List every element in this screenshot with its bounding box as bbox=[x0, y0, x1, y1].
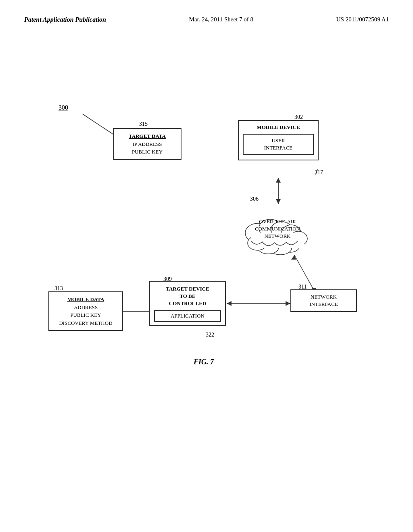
fig-label: FIG. 7 bbox=[194, 358, 214, 366]
svg-point-17 bbox=[282, 225, 301, 241]
svg-marker-11 bbox=[286, 301, 290, 306]
label-317: 317 bbox=[315, 169, 323, 176]
page-header: Patent Application Publication Mar. 24, … bbox=[24, 16, 389, 23]
label-322: 322 bbox=[206, 332, 214, 338]
box-302-mobile-device: MOBILE DEVICE USER INTERFACE bbox=[238, 120, 319, 160]
label-300: 300 bbox=[58, 104, 68, 111]
box-309-line1: TARGET DEVICE bbox=[154, 285, 221, 293]
cloud-text: OVER-THE-AIR COMMUNICATION NETWORK bbox=[249, 218, 306, 240]
svg-marker-5 bbox=[276, 178, 281, 183]
label-302: 302 bbox=[294, 114, 303, 121]
svg-point-19 bbox=[281, 238, 300, 252]
header-left: Patent Application Publication bbox=[24, 16, 106, 23]
user-interface-line1: USER bbox=[248, 137, 309, 144]
box-315-line2: PUBLIC KEY bbox=[118, 148, 177, 156]
diagram-svg bbox=[24, 31, 389, 495]
box-311-line2: INTERFACE bbox=[295, 301, 352, 308]
svg-marker-10 bbox=[227, 301, 232, 306]
cloud-line3: NETWORK bbox=[249, 233, 306, 240]
header-center: Mar. 24, 2011 Sheet 7 of 8 bbox=[189, 16, 253, 23]
user-interface-line2: INTERFACE bbox=[248, 144, 309, 152]
header-right: US 2011/0072509 A1 bbox=[336, 16, 389, 23]
box-313-line1: ADDRESS bbox=[53, 303, 118, 312]
label-315: 315 bbox=[139, 121, 148, 127]
box-313-title: MOBILE DATA bbox=[53, 295, 118, 303]
box-309-line2: TO BE bbox=[154, 293, 221, 300]
svg-rect-23 bbox=[251, 233, 304, 248]
svg-point-16 bbox=[271, 222, 292, 238]
label-313: 313 bbox=[54, 285, 63, 292]
box-309-title: TARGET DEVICE TO BE CONTROLLED bbox=[154, 285, 221, 308]
cloud-line1: OVER-THE-AIR bbox=[249, 218, 306, 225]
svg-marker-3 bbox=[276, 199, 281, 204]
svg-point-14 bbox=[245, 223, 271, 243]
svg-point-21 bbox=[258, 241, 279, 254]
box-313-line2: PUBLIC KEY bbox=[53, 311, 118, 319]
cloud-line2: COMMUNICATION bbox=[249, 225, 306, 233]
diagram: 300 315 TARGET DATA IP ADDRESS PUBLIC KE… bbox=[24, 31, 389, 495]
box-user-interface: USER INTERFACE bbox=[243, 134, 314, 155]
svg-marker-8 bbox=[291, 255, 296, 260]
box-313-line3: DISCOVERY METHOD bbox=[53, 319, 118, 327]
box-311-line1: NETWORK bbox=[295, 293, 352, 301]
svg-point-15 bbox=[259, 219, 282, 237]
box-application: APPLICATION bbox=[154, 310, 221, 322]
box-315-target-data: TARGET DATA IP ADDRESS PUBLIC KEY bbox=[113, 128, 181, 160]
box-309-line3: CONTROLLED bbox=[154, 300, 221, 307]
box-302-title: MOBILE DEVICE bbox=[243, 124, 314, 131]
box-313-mobile-data: MOBILE DATA ADDRESS PUBLIC KEY DISCOVERY… bbox=[48, 291, 123, 331]
box-315-title: TARGET DATA bbox=[118, 132, 177, 140]
label-306: 306 bbox=[250, 196, 259, 202]
cloud-306 bbox=[245, 219, 307, 255]
svg-point-22 bbox=[248, 236, 267, 250]
box-309-target-device: TARGET DEVICE TO BE CONTROLLED APPLICATI… bbox=[149, 281, 226, 326]
box-315-line1: IP ADDRESS bbox=[118, 140, 177, 148]
svg-point-18 bbox=[290, 231, 307, 246]
box-311-network-interface: NETWORK INTERFACE bbox=[290, 289, 357, 312]
svg-point-20 bbox=[269, 242, 292, 255]
